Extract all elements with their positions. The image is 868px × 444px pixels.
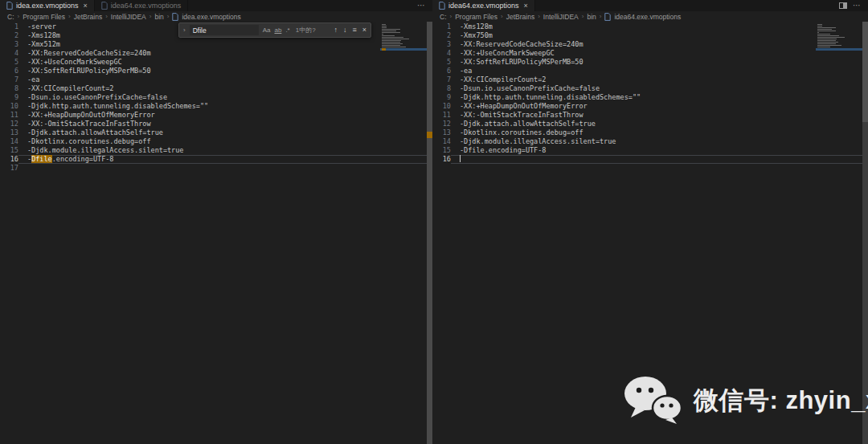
whole-word-icon[interactable]: ab	[274, 26, 281, 34]
more-actions-icon[interactable]: ⋯	[417, 2, 426, 10]
close-icon[interactable]: ×	[524, 2, 528, 10]
tab-idea64-exe-vmoptions[interactable]: idea64.exe.vmoptions ×	[432, 0, 535, 11]
vertical-scrollbar[interactable]	[427, 22, 432, 444]
line-number: 17	[0, 164, 18, 173]
code-line[interactable]: 3-Xmx512m	[0, 40, 427, 49]
code-line[interactable]: 1-Xms128m	[432, 22, 862, 31]
code-line[interactable]: 3-XX:ReservedCodeCacheSize=240m	[432, 40, 862, 49]
code-line[interactable]: 5-XX:+UseConcMarkSweepGC	[0, 58, 427, 67]
close-find-icon[interactable]: ×	[362, 26, 366, 34]
breadcrumb-item[interactable]: IntelliJIDEA	[111, 13, 146, 21]
line-number: 4	[432, 49, 451, 58]
code-line[interactable]: 13-Dkotlinx.coroutines.debug=off	[432, 128, 862, 137]
line-text: -ea	[451, 67, 862, 75]
breadcrumb-item[interactable]: C:	[440, 13, 447, 21]
minimap-line	[382, 47, 406, 47]
line-number: 7	[432, 75, 451, 84]
line-number: 2	[0, 31, 18, 40]
code-line[interactable]: 7-ea	[0, 75, 427, 84]
code-line[interactable]: 2-Xmx750m	[432, 31, 862, 40]
code-line[interactable]: 10-XX:+HeapDumpOnOutOfMemoryError	[432, 102, 862, 111]
breadcrumb-item[interactable]: JetBrains	[74, 13, 102, 21]
line-text: -Xmx512m	[18, 40, 427, 49]
minimap-line	[382, 40, 401, 41]
minimap-line	[382, 31, 396, 31]
line-text	[18, 164, 427, 173]
find-input[interactable]: Dfile	[190, 25, 259, 35]
wechat-watermark: 微信号: zhyin_xyz	[624, 374, 868, 427]
line-text: -Xms128m	[451, 22, 862, 31]
code-line[interactable]: 8-XX:CICompilerCount=2	[0, 84, 427, 93]
toggle-replace-chevron-icon[interactable]: ›	[183, 26, 186, 34]
code-line[interactable]: 5-XX:SoftRefLRUPolicyMSPerMB=50	[432, 58, 862, 67]
breadcrumb-item[interactable]: JetBrains	[506, 13, 534, 21]
code-line[interactable]: 6-XX:SoftRefLRUPolicyMSPerMB=50	[0, 67, 427, 75]
code-line[interactable]: 8-Dsun.io.useCanonPrefixCache=false	[432, 84, 862, 93]
code-area: 1-server2-Xms128m3-Xmx512m4-XX:ReservedC…	[0, 22, 427, 173]
close-icon[interactable]: ×	[84, 2, 88, 10]
line-number: 9	[0, 93, 18, 102]
previous-match-icon[interactable]: ↑	[334, 26, 338, 34]
line-number: 13	[432, 128, 451, 137]
breadcrumb-item[interactable]: C:	[7, 13, 14, 21]
code-line[interactable]: 16	[432, 155, 862, 164]
code-line[interactable]: 10-Djdk.http.auth.tunneling.disabledSche…	[0, 102, 427, 111]
code-line[interactable]: 15-Djdk.module.illegalAccess.silent=true	[0, 146, 427, 155]
code-line[interactable]: 4-XX:ReservedCodeCacheSize=240m	[0, 49, 427, 58]
minimap-line	[817, 29, 832, 30]
code-line[interactable]: 14-Dkotlinx.coroutines.debug=off	[0, 137, 427, 146]
minimap-line	[382, 42, 400, 43]
minimap-line	[817, 45, 841, 46]
line-text: -Dfile.encoding=UTF-8	[451, 146, 862, 155]
regex-icon[interactable]: .*	[285, 26, 289, 34]
minimap-line	[382, 34, 383, 35]
line-number: 8	[0, 84, 18, 93]
line-number: 12	[432, 120, 451, 128]
code-line[interactable]: 13-Djdk.attach.allowAttachSelf=true	[0, 128, 427, 137]
minimap[interactable]	[816, 23, 862, 184]
code-line[interactable]: 7-XX:CICompilerCount=2	[432, 75, 862, 84]
next-match-icon[interactable]: ↓	[343, 26, 347, 34]
chevron-right-icon: ›	[105, 13, 108, 20]
minimap-line	[817, 47, 830, 47]
chevron-right-icon: ›	[582, 13, 584, 20]
minimap-line	[817, 35, 839, 36]
code-line[interactable]: 6-ea	[432, 67, 862, 75]
breadcrumb-item[interactable]: bin	[587, 13, 596, 21]
match-case-icon[interactable]: Aa	[263, 26, 271, 34]
tab-idea64-exe-vmoptions[interactable]: idea64.exe.vmoptions	[95, 0, 189, 11]
tab-idea-exe-vmoptions[interactable]: idea.exe.vmoptions ×	[0, 0, 95, 11]
code-line[interactable]: 12-XX:-OmitStackTraceInFastThrow	[0, 120, 427, 128]
breadcrumb-item[interactable]: idea.exe.vmoptions	[182, 13, 240, 21]
code-line[interactable]: 4-XX:+UseConcMarkSweepGC	[432, 49, 862, 58]
breadcrumb-item[interactable]: Program Files	[455, 13, 497, 21]
code-line[interactable]: 11-XX:+HeapDumpOnOutOfMemoryError	[0, 111, 427, 120]
line-number: 15	[432, 146, 451, 155]
split-editor-icon[interactable]	[839, 2, 847, 9]
code-line[interactable]: 11-XX:-OmitStackTraceInFastThrow	[432, 111, 862, 120]
code-line[interactable]: 15-Dfile.encoding=UTF-8	[432, 146, 862, 155]
minimap-line	[382, 26, 387, 26]
line-number: 10	[432, 102, 451, 111]
breadcrumb-item[interactable]: IntelliJIDEA	[543, 13, 579, 21]
minimap[interactable]	[380, 23, 427, 184]
line-text: -XX:-OmitStackTraceInFastThrow	[18, 120, 427, 128]
breadcrumb-item[interactable]: bin	[154, 13, 163, 21]
code-editor[interactable]: 1-server2-Xms128m3-Xmx512m4-XX:ReservedC…	[0, 22, 427, 444]
more-actions-icon[interactable]: ⋯	[853, 2, 862, 10]
line-number: 12	[0, 120, 18, 128]
minimap-line	[817, 40, 836, 41]
code-line[interactable]: 14-Djdk.module.illegalAccess.silent=true	[432, 137, 862, 146]
breadcrumb-item[interactable]: idea64.exe.vmoptions	[614, 13, 681, 21]
code-line[interactable]: 9-Djdk.http.auth.tunneling.disabledSchem…	[432, 93, 862, 102]
find-result-count: 1中的?	[296, 26, 316, 35]
code-line[interactable]: 12-Djdk.attach.allowAttachSelf=true	[432, 120, 862, 128]
code-line[interactable]: 9-Dsun.io.useCanonPrefixCache=false	[0, 93, 427, 102]
file-icon	[439, 2, 445, 10]
code-line[interactable]: 17	[0, 164, 427, 173]
scrollbar-slider[interactable]	[862, 22, 868, 122]
code-line[interactable]: 16-Dfile.encoding=UTF-8	[0, 155, 427, 164]
wechat-id-text: 微信号: zhyin_xyz	[694, 384, 868, 418]
breadcrumb-item[interactable]: Program Files	[23, 13, 65, 21]
find-in-selection-icon[interactable]: ≡	[352, 26, 356, 34]
